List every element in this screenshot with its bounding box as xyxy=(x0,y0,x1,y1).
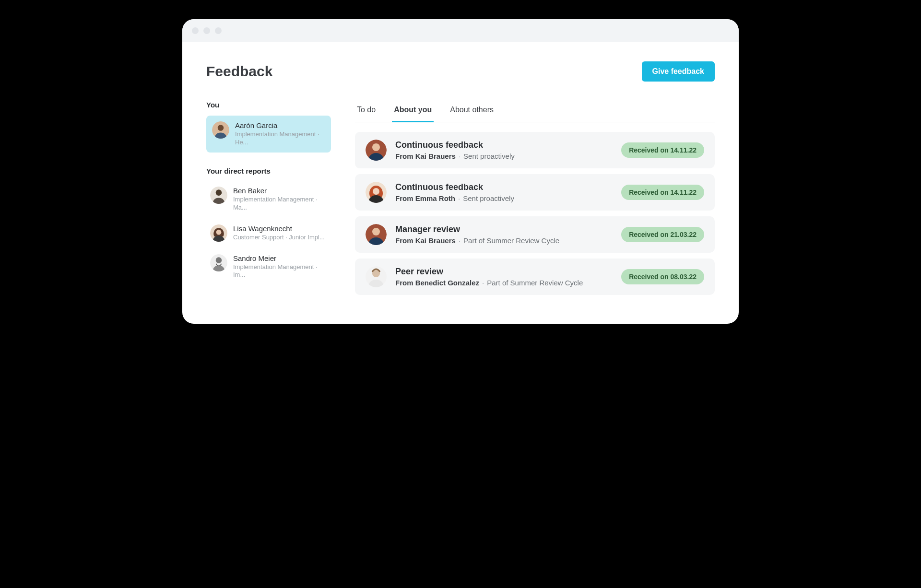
feedback-title: Continuous feedback xyxy=(395,140,613,150)
feedback-text: Continuous feedback From Kai Brauers·Sen… xyxy=(395,140,613,160)
feedback-text: Continuous feedback From Emma Roth·Sent … xyxy=(395,182,613,202)
sidebar-item-report[interactable]: Sandro Meier Implementation Management ·… xyxy=(206,249,331,284)
svg-point-1 xyxy=(218,125,224,131)
window-close-icon[interactable] xyxy=(192,27,199,34)
avatar xyxy=(366,266,387,287)
window-titlebar xyxy=(182,19,739,42)
page-header: Feedback Give feedback xyxy=(206,61,715,82)
feedback-list: Continuous feedback From Kai Brauers·Sen… xyxy=(355,132,715,295)
sidebar-item-report[interactable]: Lisa Wagenknecht Customer Support · Juni… xyxy=(206,220,331,247)
tab-about-others[interactable]: About others xyxy=(448,101,496,122)
sidebar-section-you-label: You xyxy=(206,101,331,109)
status-badge: Received on 08.03.22 xyxy=(621,269,704,284)
person-meta: Implementation Management · Ma... xyxy=(233,196,327,212)
svg-point-9 xyxy=(372,143,380,151)
person-info: Sandro Meier Implementation Management ·… xyxy=(233,254,327,280)
feedback-subtitle: From Kai Brauers·Part of Summer Review C… xyxy=(395,236,613,245)
window-minimize-icon[interactable] xyxy=(203,27,210,34)
page-content: Feedback Give feedback You Aarón Garcia … xyxy=(182,42,739,324)
person-meta: Implementation Management · Im... xyxy=(233,263,327,280)
avatar xyxy=(210,187,227,204)
svg-point-3 xyxy=(216,189,222,196)
feedback-subtitle: From Emma Roth·Sent proactively xyxy=(395,194,613,202)
status-badge: Received on 21.03.22 xyxy=(621,227,704,242)
tab-about-you[interactable]: About you xyxy=(392,101,434,122)
avatar xyxy=(366,182,387,203)
avatar xyxy=(210,254,227,271)
svg-point-11 xyxy=(373,188,379,195)
avatar xyxy=(212,121,229,139)
sidebar-section-reports-label: Your direct reports xyxy=(206,167,331,175)
feedback-title: Continuous feedback xyxy=(395,182,613,192)
page-title: Feedback xyxy=(206,63,272,80)
avatar xyxy=(366,140,387,161)
feedback-item[interactable]: Manager review From Kai Brauers·Part of … xyxy=(355,216,715,253)
status-badge: Received on 14.11.22 xyxy=(621,142,704,158)
person-name: Lisa Wagenknecht xyxy=(233,224,325,233)
feedback-title: Manager review xyxy=(395,224,613,235)
tabs: To do About you About others xyxy=(355,101,715,122)
sidebar: You Aarón Garcia Implementation Manageme… xyxy=(206,101,331,295)
status-badge: Received on 14.11.22 xyxy=(621,185,704,200)
svg-point-5 xyxy=(216,229,222,235)
main-columns: You Aarón Garcia Implementation Manageme… xyxy=(206,101,715,295)
direct-reports-list: Ben Baker Implementation Management · Ma… xyxy=(206,182,331,284)
feedback-item[interactable]: Peer review From Benedict Gonzalez·Part … xyxy=(355,259,715,295)
person-name: Sandro Meier xyxy=(233,254,327,262)
person-info: Ben Baker Implementation Management · Ma… xyxy=(233,187,327,212)
feedback-item[interactable]: Continuous feedback From Kai Brauers·Sen… xyxy=(355,132,715,168)
avatar xyxy=(366,224,387,245)
feedback-item[interactable]: Continuous feedback From Emma Roth·Sent … xyxy=(355,174,715,211)
svg-point-13 xyxy=(372,228,380,235)
feedback-text: Manager review From Kai Brauers·Part of … xyxy=(395,224,613,245)
person-name: Aarón Garcia xyxy=(235,121,325,129)
window-maximize-icon[interactable] xyxy=(215,27,222,34)
person-meta: Customer Support · Junior Impl... xyxy=(233,234,325,242)
person-info: Aarón Garcia Implementation Management ·… xyxy=(235,121,325,147)
give-feedback-button[interactable]: Give feedback xyxy=(642,61,715,82)
feedback-subtitle: From Kai Brauers·Sent proactively xyxy=(395,152,613,160)
app-window: Feedback Give feedback You Aarón Garcia … xyxy=(182,19,739,324)
tab-todo[interactable]: To do xyxy=(355,101,378,122)
person-name: Ben Baker xyxy=(233,187,327,195)
person-info: Lisa Wagenknecht Customer Support · Juni… xyxy=(233,224,325,242)
avatar xyxy=(210,224,227,242)
person-meta: Implementation Management · He... xyxy=(235,130,325,147)
main-panel: To do About you About others Continuous … xyxy=(355,101,715,295)
svg-point-7 xyxy=(216,257,222,263)
feedback-subtitle: From Benedict Gonzalez·Part of Summer Re… xyxy=(395,279,613,287)
sidebar-item-you[interactable]: Aarón Garcia Implementation Management ·… xyxy=(206,116,331,153)
feedback-text: Peer review From Benedict Gonzalez·Part … xyxy=(395,267,613,287)
sidebar-item-report[interactable]: Ben Baker Implementation Management · Ma… xyxy=(206,182,331,217)
feedback-title: Peer review xyxy=(395,267,613,277)
